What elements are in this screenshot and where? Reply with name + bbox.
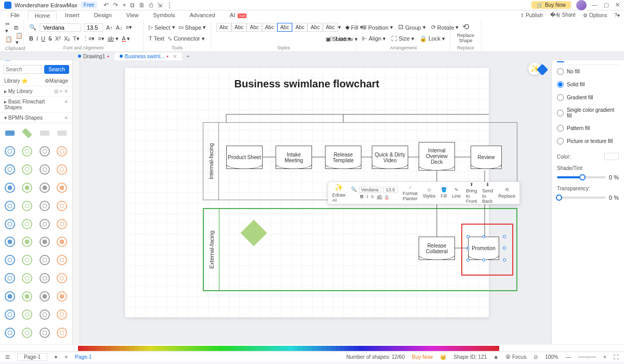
color-swatch-item[interactable] [298, 346, 303, 351]
color-swatch-item[interactable] [392, 346, 396, 351]
palette-shape[interactable] [56, 146, 68, 157]
lib-my-library[interactable]: ▸ My Library⊞ + ✕ [0, 86, 72, 97]
float-bold-icon[interactable]: B [360, 194, 363, 199]
palette-shape[interactable] [56, 200, 68, 212]
palette-shape[interactable] [4, 309, 16, 320]
color-swatch-item[interactable] [303, 346, 307, 351]
color-swatch-item[interactable] [167, 346, 172, 351]
color-swatch-item[interactable] [284, 346, 289, 351]
tab-close-icon[interactable]: ✕ [173, 54, 177, 59]
palette-shape[interactable] [21, 218, 33, 230]
float-bring-front[interactable]: ⬆Bring to Front [466, 182, 477, 204]
color-swatch-item[interactable] [237, 346, 242, 351]
color-swatch-item[interactable] [92, 346, 97, 351]
color-swatch-item[interactable] [251, 346, 256, 351]
page-menu-icon[interactable]: ☰ [5, 354, 10, 360]
align-icon[interactable]: ≡▾ [126, 24, 132, 31]
color-swatch-item[interactable] [256, 346, 261, 351]
maximize-icon[interactable]: ▢ [604, 2, 609, 8]
group-button[interactable]: ⚀ Group▾ [398, 24, 426, 31]
palette-shape[interactable] [56, 164, 68, 175]
color-swatch-item[interactable] [83, 346, 87, 351]
color-swatch-item[interactable] [410, 346, 415, 351]
palette-shape[interactable] [39, 291, 50, 302]
color-swatch-item[interactable] [373, 346, 378, 351]
color-swatch-item[interactable] [349, 346, 354, 351]
color-swatch-item[interactable] [317, 346, 321, 351]
color-swatch-item[interactable] [480, 346, 485, 351]
palette-shape[interactable] [56, 236, 68, 248]
palette-shape[interactable] [21, 254, 33, 266]
color-swatch-item[interactable] [466, 346, 471, 351]
color-swatch-item[interactable] [101, 346, 106, 351]
color-swatch-item[interactable] [345, 346, 349, 351]
palette-shape[interactable] [56, 327, 68, 339]
color-swatch-item[interactable] [335, 346, 340, 351]
add-tab-button[interactable]: + [182, 53, 193, 59]
save-icon[interactable]: 🗎 [139, 2, 145, 9]
strike-icon[interactable]: S̶ [48, 35, 52, 42]
color-swatch-item[interactable] [270, 346, 275, 351]
float-font[interactable]: Verdana [359, 187, 382, 193]
palette-shape[interactable] [21, 146, 33, 157]
lock-button[interactable]: 🔒 Lock▾ [420, 35, 445, 42]
color-swatch-item[interactable] [232, 346, 237, 351]
print-icon[interactable]: ⎙ [149, 2, 153, 9]
palette-shape[interactable] [39, 164, 50, 175]
menu-advanced[interactable]: Advanced [184, 11, 222, 19]
color-swatch-item[interactable] [139, 346, 144, 351]
lib-basic-flowchart[interactable]: ▸ Basic Flowchart Shapes✕ [0, 97, 72, 113]
color-swatch-item[interactable] [354, 346, 359, 351]
color-swatch-item[interactable] [218, 346, 223, 351]
shape-review[interactable]: Review [471, 146, 502, 169]
float-fill[interactable]: 🪣Fill [441, 187, 447, 199]
new-icon[interactable]: + [122, 2, 126, 9]
palette-shape[interactable] [21, 309, 33, 320]
shape-button[interactable]: ▭ Shape▾ [178, 24, 206, 31]
grow-font-icon[interactable]: A↑ [106, 24, 113, 31]
color-swatch-item[interactable] [129, 346, 134, 351]
palette-shape[interactable] [21, 200, 33, 212]
color-swatch-item[interactable] [228, 346, 232, 351]
fill-pattern-radio[interactable] [557, 125, 564, 132]
align-button[interactable]: ⊩ Align▾ [362, 35, 386, 42]
menu-design[interactable]: Design [88, 11, 118, 19]
palette-shape[interactable] [56, 309, 68, 320]
buy-now-link[interactable]: Buy Now [412, 354, 433, 360]
color-swatch-item[interactable] [144, 346, 148, 351]
color-swatch-item[interactable] [401, 346, 406, 351]
color-swatch-item[interactable] [125, 346, 129, 351]
cut-icon[interactable]: ✂▾ [5, 21, 11, 34]
menu-insert[interactable]: Insert [59, 11, 86, 19]
color-swatch-item[interactable] [359, 346, 363, 351]
color-swatch-item[interactable] [321, 346, 326, 351]
shape-quick-dirty-video[interactable]: Quick & Dirty Video [372, 146, 408, 169]
shape-intake-meeting[interactable]: Intake Meeting [276, 146, 312, 169]
palette-shape[interactable] [4, 182, 16, 193]
palette-shape[interactable] [4, 291, 16, 302]
style-preset-6[interactable]: Abc [292, 23, 307, 32]
palette-shape[interactable] [21, 236, 33, 248]
palette-shape[interactable] [21, 291, 33, 302]
zoom-in-icon[interactable]: + [603, 354, 606, 360]
case-icon[interactable]: T▾ [73, 35, 80, 42]
color-swatch-item[interactable] [78, 346, 83, 351]
publish-button[interactable]: ⇧ Publish [520, 12, 543, 18]
palette-shape[interactable] [4, 327, 16, 339]
more-icon[interactable]: ⋮ [166, 2, 173, 9]
shape-internal-overview[interactable]: Internal Overview Deck [419, 142, 455, 171]
color-swatch-item[interactable] [204, 346, 209, 351]
palette-shape[interactable] [21, 272, 33, 284]
color-swatch-item[interactable] [476, 346, 480, 351]
palette-shape[interactable] [4, 218, 16, 230]
color-swatch-item[interactable] [340, 346, 345, 351]
fill-solid-radio[interactable] [557, 81, 564, 88]
export-icon[interactable]: ⇲ [157, 2, 162, 9]
edraw-ai-button[interactable]: Edraw AI [332, 192, 346, 203]
font-select[interactable] [40, 23, 81, 32]
palette-shape[interactable] [4, 164, 16, 175]
palette-shape[interactable] [39, 272, 50, 284]
shadow-button[interactable]: ▣ Shadow▾ [326, 36, 358, 43]
shrink-font-icon[interactable]: A↓ [116, 24, 123, 31]
palette-shape[interactable] [4, 200, 16, 212]
